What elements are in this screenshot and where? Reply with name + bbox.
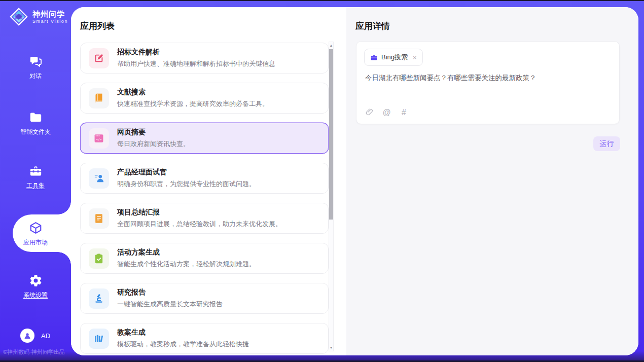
briefcase-icon	[370, 54, 378, 61]
clipboard-check-icon	[89, 248, 109, 269]
book-icon	[89, 88, 109, 108]
app-card-bid-analysis[interactable]: 招标文件解析帮助用户快速、准确地理解和解析招标书中的关键信息	[80, 43, 329, 74]
app-card-title: 招标文件解析	[117, 48, 275, 57]
cube-icon	[29, 221, 43, 235]
sidebar-item-chat[interactable]: 对话	[0, 55, 71, 81]
at-icon[interactable]: @	[382, 108, 391, 117]
sidebar-item-label: 应用市场	[23, 238, 48, 247]
close-icon[interactable]: ×	[413, 54, 417, 61]
paperclip-icon[interactable]	[365, 108, 374, 117]
note-icon	[89, 208, 109, 229]
app-card-desc: 智能生成个性化活动方案，轻松解决规划难题。	[117, 260, 256, 269]
app-card-desc: 全面回顾项目进展，总结经验教训，助力未来优化发展。	[117, 220, 282, 229]
brand-diamond-icon	[9, 7, 28, 26]
app-card-title: 项目总结汇报	[117, 208, 282, 217]
input-toolbar: @ #	[365, 108, 408, 117]
gear-icon	[29, 274, 43, 287]
sidebar-item-settings[interactable]: 系统设置	[0, 274, 71, 300]
research-icon	[89, 288, 109, 309]
sidebar-item-label: 工具集	[26, 182, 45, 190]
svg-text:</>: </>	[96, 137, 102, 141]
sidebar-item-label: 对话	[29, 72, 42, 81]
app-card-webpage-summary[interactable]: </>网页摘要每日政府新闻资讯快查。	[80, 123, 329, 154]
app-card-list: 招标文件解析帮助用户快速、准确地理解和解析招标书中的关键信息文献搜索快速精准查找…	[80, 43, 329, 355]
query-text[interactable]: 今日湖北有哪些新闻要点？有哪些需要关注的最新政策？	[365, 73, 611, 83]
brand-subtitle: Smart Vision	[32, 19, 68, 24]
app-card-desc: 明确身份和职责，为您提供专业性的面试问题。	[117, 179, 256, 189]
sidebar: 神州问学 Smart Vision 对话智能文件夹工具集应用市场系统设置 AD …	[0, 0, 71, 362]
app-detail-panel: 应用详情 Bing搜索 × 今日湖北有哪些新闻要点？有哪些需要关注的最新政策？ …	[346, 7, 638, 355]
sidebar-item-app-market[interactable]: 应用市场	[0, 221, 71, 247]
user-name: AD	[41, 332, 50, 340]
app-card-lesson-plan[interactable]: 教案生成模板驱动，教案秒成，教学准备从此轻松快捷	[80, 323, 329, 354]
app-detail-title: 应用详情	[355, 20, 390, 32]
edit-icon	[89, 48, 109, 68]
app-card-desc: 快速精准查找学术资源，提高研究效率的必备工具。	[117, 99, 269, 108]
app-card-desc: 帮助用户快速、准确地理解和解析招标书中的关键信息	[117, 59, 275, 68]
app-logo: 神州问学 Smart Vision	[9, 7, 68, 26]
app-card-title: 教案生成	[117, 328, 249, 337]
app-card-research-report[interactable]: 研究报告一键智能生成高质量长文本研究报告	[80, 283, 329, 314]
tool-tag-bing-search[interactable]: Bing搜索 ×	[364, 49, 423, 66]
brand-name: 神州问学	[32, 10, 68, 19]
app-card-title: 活动方案生成	[117, 248, 256, 257]
app-list-panel: 应用列表 招标文件解析帮助用户快速、准确地理解和解析招标书中的关键信息文献搜索快…	[71, 7, 346, 355]
sidebar-item-toolset[interactable]: 工具集	[0, 164, 71, 190]
copyright-footer: ©神州数码·神州问学出品	[3, 348, 65, 356]
app-card-desc: 模板驱动，教案秒成，教学准备从此轻松快捷	[117, 340, 249, 349]
webpage-icon: </>	[89, 128, 109, 149]
app-list-title: 应用列表	[80, 20, 115, 32]
scrollbar-thumb[interactable]	[329, 49, 333, 220]
folder-icon	[29, 111, 43, 124]
app-card-title: 研究报告	[117, 288, 223, 297]
lessonplan-icon	[89, 329, 109, 349]
content-area: 应用列表 招标文件解析帮助用户快速、准确地理解和解析招标书中的关键信息文献搜索快…	[71, 7, 638, 355]
app-card-event-plan[interactable]: 活动方案生成智能生成个性化活动方案，轻松解决规划难题。	[80, 243, 329, 274]
interviewer-icon	[89, 168, 109, 189]
app-card-title: 文献搜索	[117, 88, 269, 97]
app-card-project-summary[interactable]: 项目总结汇报全面回顾项目进展，总结经验教训，助力未来优化发展。	[80, 203, 329, 234]
sidebar-item-smart-folder[interactable]: 智能文件夹	[0, 111, 71, 136]
run-button[interactable]: 运行	[593, 136, 620, 151]
query-input-card[interactable]: Bing搜索 × 今日湖北有哪些新闻要点？有哪些需要关注的最新政策？ @ #	[356, 41, 620, 124]
scroll-down-icon[interactable]: ▼	[329, 346, 333, 349]
user-account[interactable]: AD	[20, 329, 50, 343]
tool-tag-label: Bing搜索	[381, 53, 408, 62]
window-top-edge	[0, 0, 644, 1]
chat-icon	[29, 55, 43, 68]
scroll-up-icon[interactable]: ▲	[329, 44, 333, 47]
app-card-desc: 一键智能生成高质量长文本研究报告	[117, 300, 223, 309]
app-card-title: 产品经理面试官	[117, 168, 256, 177]
avatar[interactable]	[20, 329, 34, 343]
sidebar-item-label: 系统设置	[23, 291, 48, 300]
hash-icon[interactable]: #	[400, 108, 408, 117]
app-card-literature-search[interactable]: 文献搜索快速精准查找学术资源，提高研究效率的必备工具。	[80, 83, 329, 114]
app-list-scrollbar[interactable]: ▲ ▼	[329, 42, 334, 351]
sidebar-item-label: 智能文件夹	[20, 128, 51, 136]
app-card-desc: 每日政府新闻资讯快查。	[117, 139, 190, 149]
toolbox-icon	[29, 164, 43, 178]
app-card-pm-interviewer[interactable]: 产品经理面试官明确身份和职责，为您提供专业性的面试问题。	[80, 163, 329, 194]
app-card-title: 网页摘要	[117, 128, 190, 137]
